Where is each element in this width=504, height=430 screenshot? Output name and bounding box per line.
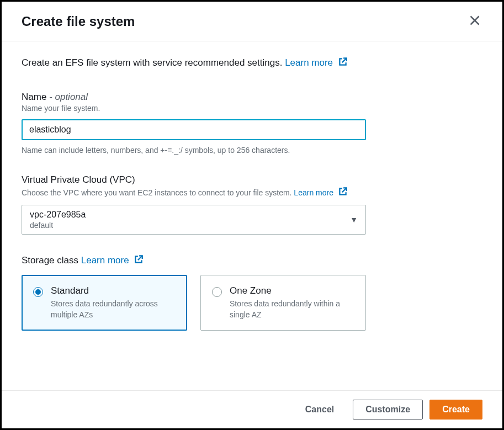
vpc-hint: Choose the VPC where you want EC2 instan… xyxy=(22,187,482,198)
storage-option-standard[interactable]: Standard Stores data redundantly across … xyxy=(22,275,187,331)
modal-title: Create file system xyxy=(22,14,135,29)
intro-text: Create an EFS file system with service r… xyxy=(22,57,482,70)
vpc-select-content: vpc-207e985a default xyxy=(30,210,86,230)
storage-option-title: Standard xyxy=(51,285,176,296)
external-link-icon xyxy=(338,187,348,198)
modal-footer: Cancel Customize Create xyxy=(2,390,502,428)
external-link-icon xyxy=(338,57,348,70)
external-link-icon xyxy=(134,254,144,267)
storage-learn-more-link[interactable]: Learn more xyxy=(81,255,144,266)
name-field-group: Name - optional Name your file system. N… xyxy=(22,92,482,155)
storage-option-title: One Zone xyxy=(230,285,354,296)
intro-text-content: Create an EFS file system with service r… xyxy=(22,57,282,68)
storage-option-desc: Stores data redundantly within a single … xyxy=(230,299,354,320)
name-hint: Name your file system. xyxy=(22,104,482,113)
vpc-select[interactable]: vpc-207e985a default ▼ xyxy=(22,205,366,235)
vpc-learn-more-link[interactable]: Learn more xyxy=(294,188,347,197)
learn-more-label: Learn more xyxy=(285,57,333,68)
vpc-select-value: vpc-207e985a xyxy=(30,210,86,220)
storage-label: Storage class Learn more xyxy=(22,254,482,267)
vpc-learn-more-label: Learn more xyxy=(294,188,333,197)
vpc-field-group: Virtual Private Cloud (VPC) Choose the V… xyxy=(22,174,482,235)
storage-radio-group: Standard Stores data redundantly across … xyxy=(22,275,482,331)
name-label: Name - optional xyxy=(22,92,482,103)
name-constraint: Name can include letters, numbers, and +… xyxy=(22,146,482,155)
vpc-select-sub: default xyxy=(30,221,86,230)
storage-option-desc: Stores data redundantly across multiple … xyxy=(51,299,176,320)
customize-button[interactable]: Customize xyxy=(353,400,423,420)
modal-header: Create file system xyxy=(2,2,502,41)
intro-learn-more-link[interactable]: Learn more xyxy=(285,57,348,68)
storage-option-content: One Zone Stores data redundantly within … xyxy=(230,285,354,320)
storage-field-group: Storage class Learn more Standard xyxy=(22,254,482,331)
close-button[interactable] xyxy=(467,13,482,30)
modal-body: Create an EFS file system with service r… xyxy=(2,41,502,390)
radio-icon xyxy=(212,287,222,297)
caret-down-icon: ▼ xyxy=(350,215,358,224)
name-optional-suffix: - optional xyxy=(46,92,88,102)
name-input[interactable] xyxy=(22,119,366,140)
radio-icon xyxy=(33,287,43,297)
storage-option-onezone[interactable]: One Zone Stores data redundantly within … xyxy=(200,275,366,331)
storage-option-content: Standard Stores data redundantly across … xyxy=(51,285,176,320)
radio-dot-icon xyxy=(35,289,41,295)
cancel-button[interactable]: Cancel xyxy=(293,400,346,419)
storage-label-text: Storage class xyxy=(22,255,78,266)
storage-learn-more-label: Learn more xyxy=(81,255,129,266)
name-label-text: Name xyxy=(22,92,46,102)
vpc-label: Virtual Private Cloud (VPC) xyxy=(22,174,482,185)
close-icon xyxy=(469,19,480,28)
create-button[interactable]: Create xyxy=(429,400,482,420)
vpc-hint-text: Choose the VPC where you want EC2 instan… xyxy=(22,188,291,197)
